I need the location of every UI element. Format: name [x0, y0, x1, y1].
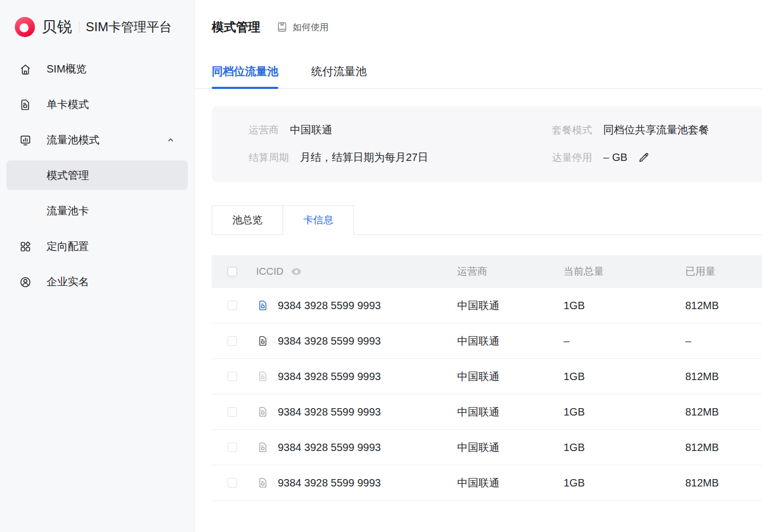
- tab-unified-pay-pool[interactable]: 统付流量池: [311, 54, 367, 88]
- used-quota-value: 812MB: [677, 371, 762, 383]
- table-row: 9384 3928 5599 9993 中国联通 1GB 812MB: [212, 359, 762, 394]
- table-header: ICCID 运营商 当前总量 已用量: [212, 255, 762, 288]
- home-icon: [19, 63, 32, 76]
- page-title: 模式管理: [212, 19, 260, 35]
- sim-card-icon: [19, 98, 32, 111]
- sidebar-nav: SIM概览 单卡模式 流量池模式 模式管理 流量池卡 定向配置: [0, 51, 194, 300]
- row-checkbox[interactable]: [228, 336, 237, 346]
- book-icon: [276, 21, 288, 33]
- content-area: 运营商 中国联通 套餐模式 同档位共享流量池套餐 结算周期 月结，结算日期为每月…: [195, 106, 762, 501]
- card-table: ICCID 运营商 当前总量 已用量 9384 3928 5599 9993 中…: [212, 255, 762, 501]
- total-quota-value: 1GB: [556, 300, 677, 312]
- brand-divider: [79, 21, 79, 33]
- operator-value: 中国联通: [450, 299, 556, 313]
- sidebar-item-mode-management[interactable]: 模式管理: [6, 160, 188, 190]
- how-to-use-label: 如何使用: [293, 21, 329, 33]
- info-label: 达量停用: [552, 151, 592, 165]
- app-window: 贝锐 SIM卡管理平台 SIM概览 单卡模式 流量池模式 模式管理 流量池: [0, 0, 762, 532]
- info-value: – GB: [603, 151, 628, 164]
- sidebar-item-label: SIM概览: [47, 62, 87, 76]
- select-all-checkbox[interactable]: [228, 267, 237, 276]
- operator-value: 中国联通: [450, 405, 556, 419]
- iccid-value: 9384 3928 5599 9993: [278, 371, 381, 383]
- table-row: 9384 3928 5599 9993 中国联通 1GB 812MB: [212, 430, 762, 465]
- sim-card-icon: [257, 441, 269, 453]
- table-row: 9384 3928 5599 9993 中国联通 1GB 812MB: [212, 394, 762, 430]
- info-operator: 运营商 中国联通: [249, 123, 552, 137]
- page-header: 模式管理 如何使用: [195, 0, 762, 35]
- table-row: 9384 3928 5599 9993 中国联通 1GB 812MB: [212, 465, 762, 501]
- info-billing-cycle: 结算周期 月结，结算日期为每月27日: [249, 150, 552, 165]
- info-value: 中国联通: [290, 123, 332, 137]
- sim-card-icon: [257, 477, 269, 489]
- info-usage-limit: 达量停用 – GB: [552, 150, 762, 165]
- grid-icon: [19, 240, 32, 253]
- main-content: 模式管理 如何使用 同档位流量池 统付流量池 运营商 中国联通 套餐模式: [195, 0, 762, 532]
- brand-name: 贝锐: [42, 17, 72, 37]
- iccid-value: 9384 3928 5599 9993: [278, 300, 381, 312]
- tab-card-info[interactable]: 卡信息: [283, 205, 354, 235]
- sidebar-item-single-card-mode[interactable]: 单卡模式: [0, 87, 194, 122]
- sidebar: 贝锐 SIM卡管理平台 SIM概览 单卡模式 流量池模式 模式管理 流量池: [0, 0, 195, 532]
- info-package-mode: 套餐模式 同档位共享流量池套餐: [552, 123, 762, 137]
- sim-card-icon: [257, 300, 269, 311]
- sidebar-item-label: 定向配置: [47, 239, 89, 254]
- sidebar-item-enterprise-verification[interactable]: 企业实名: [0, 264, 194, 300]
- brand-logo-icon: [15, 17, 35, 37]
- tab-label: 池总览: [232, 213, 262, 227]
- sim-card-icon: [257, 371, 269, 382]
- total-quota-value: 1GB: [556, 406, 677, 418]
- column-header-total: 当前总量: [556, 265, 677, 278]
- iccid-value: 9384 3928 5599 9993: [278, 335, 381, 347]
- table-row: 9384 3928 5599 9993 中国联通 1GB 812MB: [212, 288, 762, 323]
- sim-card-icon: [257, 406, 269, 418]
- row-checkbox[interactable]: [228, 478, 237, 488]
- how-to-use-link[interactable]: 如何使用: [276, 21, 329, 33]
- sim-card-icon: [257, 335, 269, 347]
- person-circle-icon: [19, 276, 32, 288]
- iccid-value: 9384 3928 5599 9993: [278, 406, 381, 418]
- sidebar-item-pool-mode[interactable]: 流量池模式: [0, 122, 194, 158]
- chevron-up-icon: [166, 136, 175, 145]
- column-header-used: 已用量: [677, 265, 762, 278]
- row-checkbox[interactable]: [228, 443, 237, 452]
- sidebar-item-label: 模式管理: [47, 168, 89, 183]
- sidebar-item-sim-overview[interactable]: SIM概览: [0, 51, 194, 87]
- eye-icon[interactable]: [291, 268, 302, 275]
- info-value: 同档位共享流量池套餐: [603, 123, 709, 137]
- operator-value: 中国联通: [450, 476, 556, 490]
- iccid-value: 9384 3928 5599 9993: [278, 441, 381, 454]
- total-quota-value: 1GB: [556, 441, 677, 454]
- tab-same-tier-pool[interactable]: 同档位流量池: [212, 54, 278, 88]
- tab-label: 统付流量池: [311, 64, 367, 79]
- used-quota-value: 812MB: [677, 406, 762, 418]
- sidebar-item-directed-config[interactable]: 定向配置: [0, 229, 194, 264]
- info-label: 运营商: [249, 123, 279, 137]
- iccid-value: 9384 3928 5599 9993: [278, 477, 381, 489]
- column-header-iccid: ICCID: [256, 266, 284, 277]
- sidebar-item-pool-cards[interactable]: 流量池卡: [0, 193, 194, 229]
- tab-pool-overview[interactable]: 池总览: [212, 205, 283, 235]
- column-header-operator: 运营商: [450, 265, 556, 278]
- sidebar-item-label: 企业实名: [47, 275, 89, 289]
- info-label: 套餐模式: [552, 123, 592, 137]
- pencil-icon[interactable]: [638, 151, 650, 164]
- row-checkbox[interactable]: [228, 407, 237, 417]
- tab-label: 同档位流量池: [212, 64, 278, 79]
- operator-value: 中国联通: [450, 440, 556, 455]
- sidebar-item-label: 单卡模式: [47, 97, 89, 112]
- brand-product-name: SIM卡管理平台: [86, 19, 172, 35]
- info-label: 结算周期: [249, 151, 289, 165]
- operator-value: 中国联通: [450, 334, 556, 348]
- pool-info-card: 运营商 中国联通 套餐模式 同档位共享流量池套餐 结算周期 月结，结算日期为每月…: [212, 106, 762, 182]
- used-quota-value: –: [677, 335, 762, 347]
- used-quota-value: 812MB: [677, 477, 762, 489]
- row-checkbox[interactable]: [228, 301, 237, 310]
- pool-chart-icon: [19, 134, 32, 147]
- total-quota-value: –: [556, 335, 677, 347]
- used-quota-value: 812MB: [677, 441, 762, 454]
- total-quota-value: 1GB: [556, 477, 677, 489]
- row-checkbox[interactable]: [228, 372, 237, 381]
- tab-label: 卡信息: [303, 213, 333, 227]
- brand: 贝锐 SIM卡管理平台: [0, 15, 194, 39]
